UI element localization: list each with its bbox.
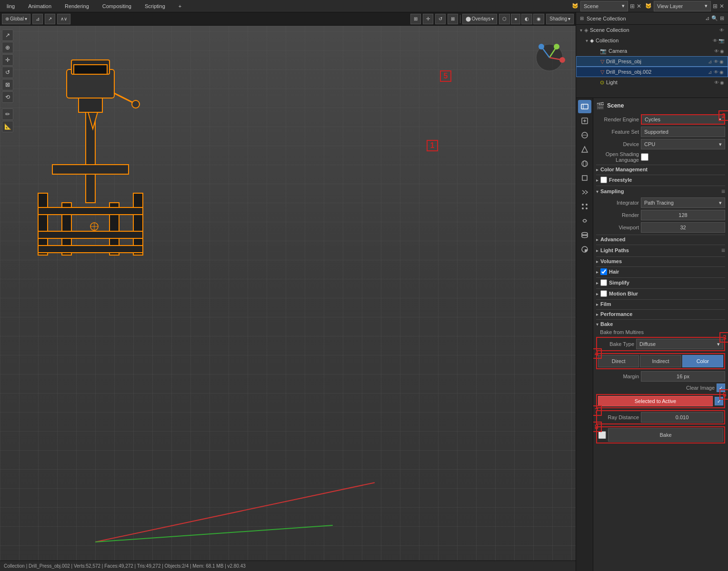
scene-close-btn[interactable]: ✕ [637,3,641,10]
sampling-dots[interactable]: ≡ [721,187,725,195]
simplify-checkbox[interactable] [600,279,607,286]
prop-icon-particles[interactable] [578,200,591,213]
tool-transform[interactable]: ⟲ [2,91,13,103]
overlays-btn[interactable]: ⬤ Overlays ▾ [462,14,497,24]
prop-icon-modifiers[interactable] [578,186,591,199]
shading-rendered-btn[interactable]: ◉ [533,14,544,24]
viewport[interactable]: ⊕ Global ▾ ⊿ ↗ ∧∨ ⊞ ✛ ↺ ⊠ ⬤ Overlays ▾ [0,12,576,571]
prop-icon-constraints[interactable] [578,214,591,227]
tool-select[interactable]: ↗ [2,30,13,41]
viewport-settings-btn[interactable]: ⊞ [410,14,421,24]
sampling-section-header[interactable]: ▾ Sampling ≡ [596,186,725,197]
render-samples-value[interactable]: 128 [641,210,725,220]
menu-ling[interactable]: ling [4,2,18,10]
menu-rendering[interactable]: Rendering [62,2,92,10]
light-paths-dots[interactable]: ≡ [721,246,725,254]
outliner-drill-press-1[interactable]: ▽ Drill_Press_obj ⊿ 👁 ◉ [576,56,728,67]
freestyle-section[interactable]: ▸ Freestyle [596,175,725,185]
viewport-extra-btn[interactable]: ∧∨ [57,14,70,24]
prop-icon-scene[interactable] [578,143,591,156]
tool-move[interactable]: ✛ [2,54,13,66]
viewport-scale-btn[interactable]: ⊠ [448,14,458,24]
device-row: Device CPU ▾ [596,139,725,149]
scene-selector[interactable]: Scene ▾ [580,1,628,11]
viewport-rotate-btn[interactable]: ↺ [435,14,446,24]
step-1-annotation: 1 [427,140,438,151]
advanced-section[interactable]: ▸ Advanced [596,235,725,244]
simplify-section[interactable]: ▸ Simplify [596,277,725,287]
direct-btn[interactable]: Direct [598,355,639,367]
render-engine-dropdown[interactable]: Cycles ▾ [641,114,725,125]
menu-compositing[interactable]: Compositing [100,2,134,10]
volumes-arrow: ▸ [596,259,598,264]
prop-icon-material[interactable] [578,243,591,256]
hair-checkbox[interactable] [600,268,607,275]
prop-icon-output[interactable] [578,114,591,128]
film-section[interactable]: ▸ Film [596,299,725,308]
color-btn[interactable]: Color [682,355,723,367]
bake-type-dropdown[interactable]: Diffuse ▾ [636,339,723,349]
light-paths-section[interactable]: ▸ Light Paths ≡ [596,245,725,256]
tool-annotate[interactable]: ✏ [2,108,13,120]
prop-icon-view-layer[interactable] [578,128,591,142]
outliner-drill-press-2[interactable]: ▽ Drill_Press_obj.002 ⊿ 👁 ◉ [576,67,728,77]
margin-value[interactable]: 16 px [641,371,725,382]
color-management-section[interactable]: ▸ Color Management [596,165,725,174]
shading-material-btn[interactable]: ◐ [521,14,532,24]
shading-wireframe-btn[interactable]: ⬡ [499,14,510,24]
device-dropdown[interactable]: CPU ▾ [641,139,725,149]
tool-scale[interactable]: ⊠ [2,79,13,90]
bake-section-header[interactable]: ▾ Bake [596,319,725,328]
prop-icon-data[interactable] [578,228,591,242]
hair-section[interactable]: ▸ Hair [596,266,725,276]
indirect-btn[interactable]: Indirect [640,355,681,367]
prop-icon-object[interactable] [578,171,591,185]
selected-to-active-btn[interactable]: Selected to Active [598,396,713,406]
outliner-menu-icon[interactable]: ⊞ [580,16,584,21]
scene-vis-icons: 👁 [719,28,724,33]
prop-icon-world[interactable] [578,157,591,170]
ray-distance-value[interactable]: 0.010 [641,412,723,423]
volumes-section[interactable]: ▸ Volumes [596,256,725,266]
viewport-cursor-btn[interactable]: ↗ [45,14,55,24]
view-layer-close-btn[interactable]: ✕ [719,3,724,10]
bake-section-title: Bake [600,321,613,327]
bake-button[interactable]: Bake [608,428,723,442]
shading-dropdown-btn[interactable]: Shading ▾ [546,14,574,24]
color-mgmt-title: Color Management [600,167,648,172]
outliner-filter-icon[interactable]: ⊿ [705,15,709,21]
scene-header: 🎬 Scene [596,101,725,110]
osl-checkbox[interactable] [641,153,648,161]
feature-set-dropdown[interactable]: Supported [641,127,725,137]
viewport-gizmo[interactable]: Y X Z [533,41,566,74]
chevron-icon: ▾ [491,16,494,21]
viewport-samples-value[interactable]: 32 [641,222,725,233]
outliner-scene-collection[interactable]: ▾ ◈ Scene Collection 👁 [576,25,728,35]
eye-icon: 👁 [714,59,718,64]
outliner-close-icon[interactable]: ⊞ [720,15,724,21]
menu-animation[interactable]: Animation [25,2,54,10]
menu-scripting[interactable]: Scripting [142,2,168,10]
outliner-light[interactable]: ⊙ Light 👁 ◉ [576,77,728,88]
view-layer-icon-btn[interactable]: ⊞ [713,3,718,10]
tool-measure[interactable]: 📐 [2,121,13,132]
viewport-select-btn[interactable]: ⊿ [32,14,43,24]
prop-icon-render[interactable] [578,100,591,113]
scene-icon-btn[interactable]: ⊞ [630,3,635,10]
viewport-grab-btn[interactable]: ✛ [423,14,433,24]
freestyle-checkbox[interactable] [600,177,607,183]
menu-add[interactable]: + [176,2,184,10]
view-layer-selector[interactable]: View Layer ▾ [654,1,711,11]
performance-section[interactable]: ▸ Performance [596,309,725,318]
bake-contribution-row: Direct Indirect Color [596,353,725,369]
viewport-mode-btn[interactable]: ⊕ Global ▾ [2,14,30,24]
motion-blur-section[interactable]: ▸ Motion Blur [596,288,725,298]
integrator-dropdown[interactable]: Path Tracing ▾ [641,197,725,208]
outliner-camera[interactable]: 📷 Camera 👁 ◉ [576,46,728,56]
tool-cursor[interactable]: ⊕ [2,42,13,53]
outliner-search-icon[interactable]: 🔍 [711,15,718,21]
outliner-collection[interactable]: ▾ ◈ Collection 👁 📷 [576,35,728,46]
tool-rotate[interactable]: ↺ [2,67,13,78]
motion-blur-checkbox[interactable] [600,290,607,297]
shading-solid-btn[interactable]: ● [511,14,520,24]
